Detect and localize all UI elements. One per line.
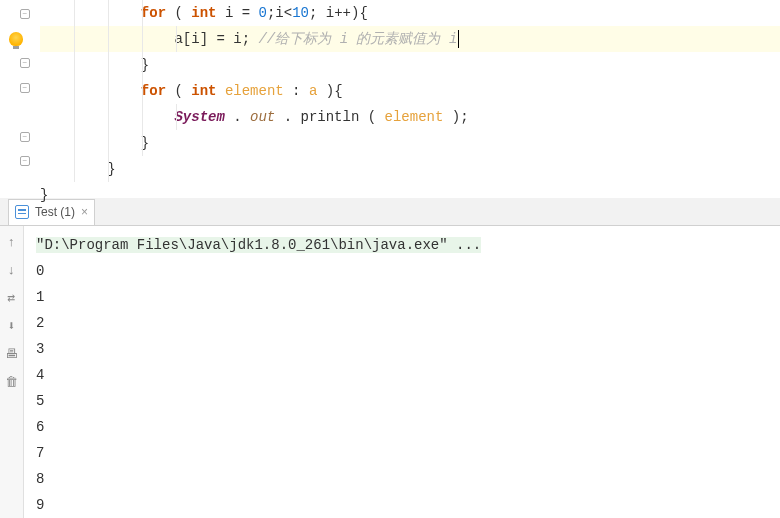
console-output-line: 1: [36, 284, 768, 310]
token-punc: =: [233, 5, 258, 21]
token-punc: :: [284, 83, 309, 99]
token-var: i: [326, 5, 334, 21]
code-editor[interactable]: −−−−− for ( int i = 0;i<10; i++){ a[i] =…: [0, 0, 780, 198]
token-punc: (: [166, 83, 191, 99]
fold-marker-icon[interactable]: −: [20, 83, 30, 93]
editor-gutter: −−−−−: [0, 0, 32, 198]
token-param: element: [385, 109, 444, 125]
console-output-line: 2: [36, 310, 768, 336]
gutter-row: −: [0, 2, 32, 27]
console-output-line: 9: [36, 492, 768, 518]
console-command: "D:\Program Files\Java\jdk1.8.0_261\bin\…: [36, 237, 481, 253]
console-output-line: 5: [36, 388, 768, 414]
token-punc: [216, 5, 224, 21]
code-line[interactable]: for ( int element : a ){: [40, 78, 780, 104]
console-output-line: 7: [36, 440, 768, 466]
code-line[interactable]: a[i] = i; //给下标为 i 的元素赋值为 i: [40, 26, 780, 52]
export-icon[interactable]: ⬇: [4, 318, 20, 334]
fold-marker-icon[interactable]: −: [20, 9, 30, 19]
token-type: int: [191, 83, 216, 99]
fold-marker-icon[interactable]: −: [20, 156, 30, 166]
gutter-row: [0, 174, 32, 199]
fold-marker-icon[interactable]: −: [20, 132, 30, 142]
token-punc: }: [40, 187, 48, 203]
token-punc: [: [183, 31, 191, 47]
console-command-line: "D:\Program Files\Java\jdk1.8.0_261\bin\…: [36, 232, 768, 258]
token-type: int: [191, 5, 216, 21]
console-output-line: 0: [36, 258, 768, 284]
token-punc: ){: [317, 83, 342, 99]
trash-icon[interactable]: 🗑: [4, 374, 20, 390]
print-icon[interactable]: 🖶: [4, 346, 20, 362]
token-kw: for: [141, 5, 166, 21]
code-content[interactable]: for ( int i = 0;i<10; i++){ a[i] = i; //…: [32, 0, 780, 198]
gutter-row: −: [0, 76, 32, 101]
token-field-static: out: [250, 109, 275, 125]
console-output-line: 6: [36, 414, 768, 440]
run-toolbar: ↑↓⇄⬇🖶🗑: [0, 226, 24, 518]
fold-marker-icon[interactable]: −: [20, 58, 30, 68]
code-line[interactable]: }: [40, 182, 780, 208]
gutter-row: [0, 100, 32, 125]
token-num: 10: [292, 5, 309, 21]
token-punc: .: [225, 109, 250, 125]
scroll-down-icon[interactable]: ↓: [4, 262, 20, 278]
lightbulb-icon[interactable]: [9, 32, 23, 46]
run-panel: Test (1) × ↑↓⇄⬇🖶🗑 "D:\Program Files\Java…: [0, 198, 780, 518]
token-punc: (: [166, 5, 191, 21]
token-var: i: [275, 5, 283, 21]
console-output[interactable]: "D:\Program Files\Java\jdk1.8.0_261\bin\…: [24, 226, 780, 518]
code-line[interactable]: System . out . println ( element );: [40, 104, 780, 130]
token-param: element: [225, 83, 284, 99]
token-punc: ;: [242, 31, 259, 47]
gutter-row: −: [0, 149, 32, 174]
code-line[interactable]: }: [40, 130, 780, 156]
token-comment: //给下标为 i 的元素赋值为 i: [258, 31, 457, 47]
gutter-row: −: [0, 51, 32, 76]
token-var: i: [191, 31, 199, 47]
code-line[interactable]: }: [40, 52, 780, 78]
token-punc: );: [443, 109, 468, 125]
gutter-row: −: [0, 125, 32, 150]
token-kw: for: [141, 83, 166, 99]
token-method: println: [301, 109, 360, 125]
console-output-line: 3: [36, 336, 768, 362]
code-line[interactable]: }: [40, 156, 780, 182]
code-line[interactable]: for ( int i = 0;i<10; i++){: [40, 0, 780, 26]
console-output-line: 8: [36, 466, 768, 492]
soft-wrap-icon[interactable]: ⇄: [4, 290, 20, 306]
token-punc: ++){: [334, 5, 368, 21]
token-punc: (: [359, 109, 384, 125]
token-field: System: [174, 109, 224, 125]
console-output-line: 4: [36, 362, 768, 388]
token-punc: [216, 83, 224, 99]
run-config-icon: [15, 205, 29, 219]
token-punc: .: [275, 109, 300, 125]
token-punc: <: [284, 5, 292, 21]
token-var: i: [233, 31, 241, 47]
gutter-row: [0, 27, 32, 52]
token-punc: ] =: [200, 31, 234, 47]
token-num: 0: [259, 5, 267, 21]
text-cursor: [458, 30, 459, 48]
token-punc: ;: [309, 5, 326, 21]
scroll-up-icon[interactable]: ↑: [4, 234, 20, 250]
